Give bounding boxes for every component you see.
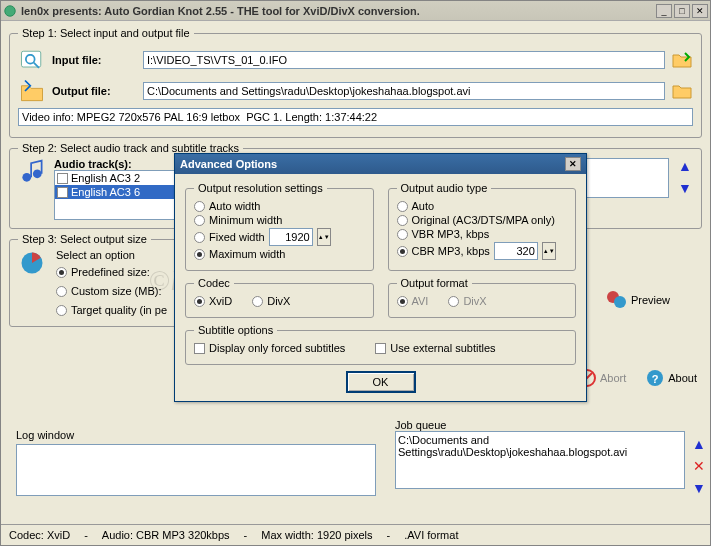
checkbox-icon[interactable] <box>57 173 68 184</box>
radio-label: XviD <box>209 295 232 307</box>
status-width: Max width: 1920 pixels <box>261 529 372 541</box>
minimize-button[interactable]: _ <box>656 4 672 18</box>
group-legend: Output format <box>397 277 472 289</box>
svg-rect-1 <box>22 51 41 67</box>
input-file-icon[interactable] <box>18 46 46 74</box>
window-title: len0x presents: Auto Gordian Knot 2.55 -… <box>21 5 654 17</box>
radio-label: Fixed width <box>209 231 265 243</box>
output-format-group: Output format AVI DivX <box>388 277 577 318</box>
preview-label: Preview <box>631 294 670 306</box>
cbr-kbps-field[interactable] <box>494 242 538 260</box>
browse-input-icon[interactable] <box>671 51 693 69</box>
checkbox-forced-subs[interactable] <box>194 343 205 354</box>
about-label: About <box>668 372 697 384</box>
radio-audio-cbr[interactable] <box>397 246 408 257</box>
fixed-width-spinner[interactable]: ▲▼ <box>317 228 331 246</box>
group-legend: Output resolution settings <box>194 182 327 194</box>
job-down-button[interactable]: ▼ <box>691 480 707 496</box>
radio-label: Auto <box>412 200 435 212</box>
titlebar: len0x presents: Auto Gordian Knot 2.55 -… <box>1 1 710 21</box>
radio-max-width[interactable] <box>194 249 205 260</box>
step3-legend: Step 3: Select output size <box>18 233 151 245</box>
audio-icon <box>18 158 46 186</box>
advanced-options-dialog: Advanced Options ✕ Output resolution set… <box>174 153 587 402</box>
radio-min-width[interactable] <box>194 215 205 226</box>
status-format: .AVI format <box>404 529 458 541</box>
radio-custom[interactable] <box>56 286 67 297</box>
job-queue-label: Job queue <box>395 419 446 431</box>
browse-output-icon[interactable] <box>671 82 693 100</box>
svg-text:?: ? <box>652 373 659 385</box>
radio-audio-auto[interactable] <box>397 201 408 212</box>
group-legend: Codec <box>194 277 234 289</box>
move-up-button[interactable]: ▲ <box>677 158 693 174</box>
cbr-spinner[interactable]: ▲▼ <box>542 242 556 260</box>
radio-auto-width[interactable] <box>194 201 205 212</box>
pie-chart-icon <box>18 249 46 277</box>
radio-label: AVI <box>412 295 429 307</box>
film-icon <box>605 289 627 311</box>
about-button[interactable]: ? About <box>646 369 697 387</box>
step1-group: Step 1: Select input and output file Inp… <box>9 27 702 138</box>
checkbox-external-subs[interactable] <box>375 343 386 354</box>
radio-predefined[interactable] <box>56 267 67 278</box>
step1-legend: Step 1: Select input and output file <box>18 27 194 39</box>
radio-label: DivX <box>267 295 290 307</box>
log-window[interactable] <box>16 444 376 496</box>
input-file-field[interactable] <box>143 51 665 69</box>
codec-group: Codec XviD DivX <box>185 277 374 318</box>
output-file-label: Output file: <box>52 85 137 97</box>
output-file-icon[interactable] <box>18 77 46 105</box>
radio-quality[interactable] <box>56 305 67 316</box>
output-file-field[interactable] <box>143 82 665 100</box>
radio-avi[interactable] <box>397 296 408 307</box>
status-bar: Codec: XviD - Audio: CBR MP3 320kbps - M… <box>1 524 710 545</box>
output-audio-group: Output audio type Auto Original (AC3/DTS… <box>388 182 577 271</box>
group-legend: Subtitle options <box>194 324 277 336</box>
list-item-label: English AC3 2 <box>71 172 140 184</box>
radio-fixed-width[interactable] <box>194 232 205 243</box>
radio-label: Auto width <box>209 200 260 212</box>
dialog-close-button[interactable]: ✕ <box>565 157 581 171</box>
checkbox-label: Use external subtitles <box>390 342 495 354</box>
preview-button[interactable]: Preview <box>605 289 670 311</box>
subtitle-options-group: Subtitle options Display only forced sub… <box>185 324 576 365</box>
svg-point-8 <box>614 296 626 308</box>
svg-point-5 <box>33 169 42 178</box>
status-audio: Audio: CBR MP3 320kbps <box>102 529 230 541</box>
job-delete-button[interactable]: ✕ <box>691 458 707 474</box>
radio-label: Minimum width <box>209 214 282 226</box>
ok-button[interactable]: OK <box>346 371 416 393</box>
fixed-width-field[interactable] <box>269 228 313 246</box>
radio-label: DivX <box>463 295 486 307</box>
radio-xvid[interactable] <box>194 296 205 307</box>
list-item[interactable]: C:\Documents and Settings\radu\Desktop\j… <box>398 434 682 458</box>
app-icon <box>3 4 17 18</box>
select-option-label: Select an option <box>56 249 167 261</box>
maximize-button[interactable]: □ <box>674 4 690 18</box>
abort-label: Abort <box>600 372 626 384</box>
radio-label: Maximum width <box>209 248 285 260</box>
log-window-label: Log window <box>16 429 74 441</box>
radio-label: Original (AC3/DTS/MPA only) <box>412 214 555 226</box>
move-down-button[interactable]: ▼ <box>677 180 693 196</box>
list-item-label: English AC3 6 <box>71 186 140 198</box>
job-up-button[interactable]: ▲ <box>691 436 707 452</box>
job-queue-list[interactable]: C:\Documents and Settings\radu\Desktop\j… <box>395 431 685 489</box>
radio-audio-vbr[interactable] <box>397 229 408 240</box>
radio-format-divx[interactable] <box>448 296 459 307</box>
svg-point-0 <box>5 5 16 16</box>
radio-audio-original[interactable] <box>397 215 408 226</box>
radio-label: Target quality (in pe <box>71 304 167 316</box>
dialog-title: Advanced Options <box>180 158 565 170</box>
checkbox-icon[interactable]: ✓ <box>57 187 68 198</box>
help-icon: ? <box>646 369 664 387</box>
radio-divx[interactable] <box>252 296 263 307</box>
status-codec: Codec: XviD <box>9 529 70 541</box>
close-button[interactable]: ✕ <box>692 4 708 18</box>
radio-label: CBR MP3, kbps <box>412 245 490 257</box>
radio-label: Predefined size: <box>71 266 150 278</box>
step3-group: Step 3: Select output size Select an opt… <box>9 233 189 327</box>
group-legend: Output audio type <box>397 182 492 194</box>
svg-point-4 <box>22 173 31 182</box>
